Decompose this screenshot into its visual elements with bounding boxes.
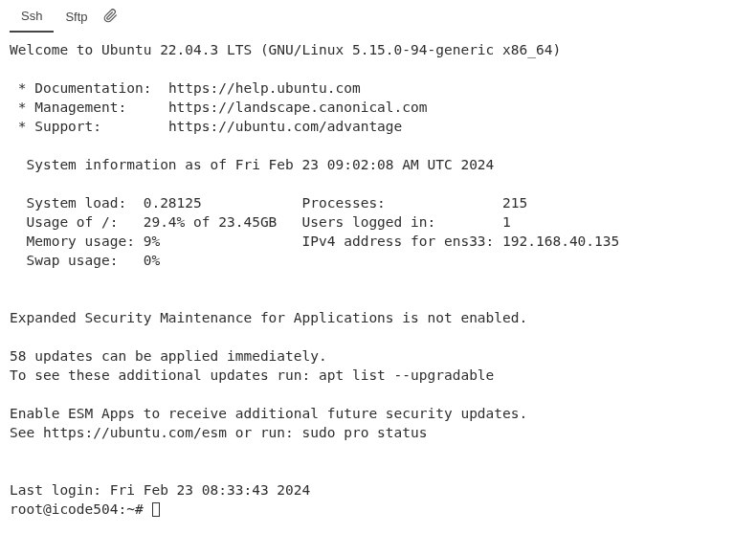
sysinfo-row-3: Memory usage: 9% IPv4 address for ens33:…	[10, 234, 619, 249]
esm-see-hint: See https://ubuntu.com/esm or run: sudo …	[10, 425, 428, 440]
motd-mgmt-label: * Management:	[10, 100, 168, 115]
tab-bar: Ssh Sftp	[0, 0, 756, 36]
updates-hint: To see these additional updates run: apt…	[10, 367, 494, 383]
terminal-output[interactable]: Welcome to Ubuntu 22.04.3 LTS (GNU/Linux…	[0, 36, 756, 528]
shell-prompt: root@icode504:~#	[10, 501, 151, 517]
esm-enable-hint: Enable ESM Apps to receive additional fu…	[10, 406, 527, 421]
updates-count: 58 updates can be applied immediately.	[10, 348, 327, 364]
motd-doc-url: https://help.ubuntu.com	[168, 80, 361, 96]
sysinfo-row-1: System load: 0.28125 Processes: 215	[10, 195, 527, 211]
motd-welcome: Welcome to Ubuntu 22.04.3 LTS (GNU/Linux…	[10, 42, 561, 57]
sysinfo-header: System information as of Fri Feb 23 09:0…	[10, 157, 494, 172]
motd-sup-url: https://ubuntu.com/advantage	[168, 119, 402, 134]
tab-sftp[interactable]: Sftp	[54, 5, 99, 32]
tab-ssh[interactable]: Ssh	[10, 4, 54, 33]
attachment-icon[interactable]	[103, 9, 118, 29]
motd-doc-label: * Documentation:	[10, 80, 168, 96]
motd-mgmt-url: https://landscape.canonical.com	[168, 100, 428, 115]
motd-sup-label: * Support:	[10, 119, 168, 134]
cursor	[152, 502, 160, 517]
sysinfo-row-4: Swap usage: 0%	[10, 253, 160, 268]
esm-status: Expanded Security Maintenance for Applic…	[10, 310, 527, 325]
last-login: Last login: Fri Feb 23 08:33:43 2024	[10, 482, 310, 498]
sysinfo-row-2: Usage of /: 29.4% of 23.45GB Users logge…	[10, 214, 511, 230]
